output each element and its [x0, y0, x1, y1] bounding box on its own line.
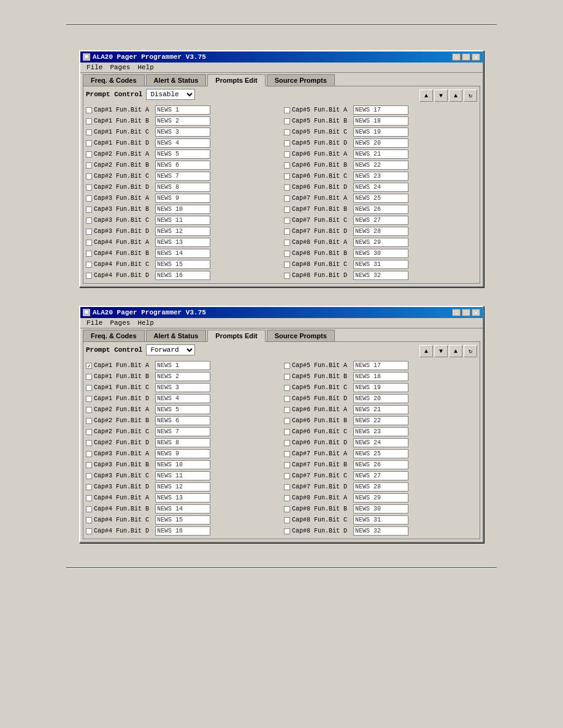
checkbox-label[interactable]: Cap#4 Fun.Bit C [86, 517, 153, 523]
checkbox[interactable] [284, 418, 290, 424]
checkbox[interactable] [284, 506, 290, 512]
checkbox-label[interactable]: Cap#3 Fun.Bit D [86, 483, 153, 490]
checkbox-label[interactable]: Cap#2 Fun.Bit A [86, 151, 153, 157]
news-text-field[interactable] [353, 515, 408, 525]
news-text-field[interactable] [353, 427, 408, 436]
news-text-field[interactable] [353, 260, 408, 269]
checkbox-label[interactable]: Cap#1 Fun.Bit B [86, 118, 153, 124]
checkbox[interactable] [284, 195, 290, 202]
news-text-field[interactable] [353, 493, 408, 502]
news-text-field[interactable] [155, 227, 210, 236]
checkbox[interactable] [86, 396, 92, 402]
checkbox[interactable] [86, 363, 92, 369]
checkbox[interactable] [86, 484, 92, 490]
checkbox-label[interactable]: Cap#5 Fun.Bit B [284, 118, 351, 124]
tab-alert-status-2[interactable]: Alert & Status [146, 330, 207, 341]
checkbox[interactable] [86, 184, 92, 191]
news-text-field[interactable] [353, 271, 408, 280]
checkbox-label[interactable]: Cap#2 Fun.Bit B [86, 417, 153, 424]
minimize-btn-2[interactable]: - [452, 309, 461, 316]
checkbox-label[interactable]: Cap#4 Fun.Bit B [86, 250, 153, 257]
icon-btn-top-2[interactable]: ▲ [449, 345, 462, 357]
checkbox-label[interactable]: Cap#3 Fun.Bit C [86, 472, 153, 479]
checkbox-label[interactable]: Cap#6 Fun.Bit C [284, 173, 351, 180]
checkbox-label[interactable]: Cap#8 Fun.Bit B [284, 506, 351, 512]
menu-help-1[interactable]: Help [134, 63, 157, 72]
news-text-field[interactable] [155, 438, 210, 447]
menu-help-2[interactable]: Help [134, 319, 157, 327]
checkbox-label[interactable]: Cap#2 Fun.Bit A [86, 406, 153, 413]
news-text-field[interactable] [155, 138, 210, 148]
news-text-field[interactable] [155, 405, 210, 414]
checkbox-label[interactable]: Cap#6 Fun.Bit D [284, 184, 351, 191]
checkbox[interactable] [284, 517, 290, 523]
checkbox[interactable] [86, 429, 92, 435]
checkbox-label[interactable]: Cap#7 Fun.Bit C [284, 472, 351, 479]
news-text-field[interactable] [155, 394, 210, 403]
icon-btn-top-1[interactable]: ▲ [449, 89, 462, 102]
news-text-field[interactable] [155, 361, 210, 370]
checkbox-label[interactable]: Cap#1 Fun.Bit D [86, 140, 153, 146]
news-text-field[interactable] [155, 526, 210, 536]
checkbox[interactable] [86, 385, 92, 391]
news-text-field[interactable] [155, 449, 210, 458]
icon-btn-up-1[interactable]: ▲ [419, 89, 433, 102]
checkbox[interactable] [86, 129, 92, 135]
checkbox[interactable] [284, 207, 290, 213]
news-text-field[interactable] [353, 105, 408, 115]
checkbox[interactable] [284, 262, 290, 268]
checkbox-label[interactable]: Cap#6 Fun.Bit B [284, 162, 351, 169]
checkbox[interactable] [284, 107, 290, 113]
prompt-control-select-1[interactable]: Disable Forward [146, 89, 195, 100]
checkbox[interactable] [86, 462, 92, 468]
checkbox[interactable] [284, 484, 290, 490]
checkbox-label[interactable]: Cap#3 Fun.Bit B [86, 206, 153, 213]
checkbox-label[interactable]: Cap#4 Fun.Bit C [86, 261, 153, 268]
news-text-field[interactable] [353, 405, 408, 414]
news-text-field[interactable] [155, 161, 210, 170]
news-text-field[interactable] [155, 183, 210, 192]
checkbox[interactable] [86, 440, 92, 446]
news-text-field[interactable] [353, 150, 408, 159]
tab-source-prompts-2[interactable]: Source Prompts [267, 330, 335, 341]
checkbox-label[interactable]: Cap#6 Fun.Bit A [284, 406, 351, 413]
checkbox[interactable] [86, 451, 92, 457]
checkbox[interactable] [284, 129, 290, 135]
checkbox[interactable] [284, 363, 290, 369]
checkbox-label[interactable]: Cap#5 Fun.Bit A [284, 107, 351, 113]
news-text-field[interactable] [353, 161, 408, 170]
news-text-field[interactable] [155, 116, 210, 126]
news-text-field[interactable] [353, 416, 408, 425]
news-text-field[interactable] [155, 172, 210, 181]
news-text-field[interactable] [353, 127, 408, 137]
checkbox[interactable] [86, 118, 92, 124]
news-text-field[interactable] [353, 249, 408, 258]
news-text-field[interactable] [353, 460, 408, 469]
icon-btn-up-2[interactable]: ▲ [419, 345, 433, 357]
checkbox[interactable] [86, 251, 92, 257]
checkbox-label[interactable]: Cap#7 Fun.Bit A [284, 195, 351, 202]
checkbox[interactable] [86, 273, 92, 279]
checkbox-label[interactable]: Cap#1 Fun.Bit C [86, 384, 153, 391]
menu-file-2[interactable]: File [83, 319, 106, 327]
icon-btn-refresh-1[interactable]: ↻ [464, 89, 477, 102]
icon-btn-down-2[interactable]: ▼ [434, 345, 448, 357]
checkbox-label[interactable]: Cap#2 Fun.Bit D [86, 184, 153, 191]
news-text-field[interactable] [155, 127, 210, 137]
checkbox[interactable] [86, 151, 92, 157]
checkbox[interactable] [86, 506, 92, 512]
news-text-field[interactable] [353, 504, 408, 514]
news-text-field[interactable] [155, 482, 210, 491]
checkbox[interactable] [284, 162, 290, 169]
checkbox-label[interactable]: Cap#2 Fun.Bit B [86, 162, 153, 169]
checkbox-label[interactable]: Cap#4 Fun.Bit A [86, 495, 153, 501]
checkbox[interactable] [284, 184, 290, 191]
news-text-field[interactable] [155, 194, 210, 203]
checkbox[interactable] [86, 495, 92, 501]
checkbox[interactable] [284, 495, 290, 501]
news-text-field[interactable] [353, 238, 408, 247]
checkbox-label[interactable]: Cap#5 Fun.Bit B [284, 373, 351, 380]
tab-freq-codes-1[interactable]: Freq. & Codes [83, 74, 145, 86]
icon-btn-down-1[interactable]: ▼ [434, 89, 448, 102]
tab-source-prompts-1[interactable]: Source Prompts [267, 74, 335, 86]
